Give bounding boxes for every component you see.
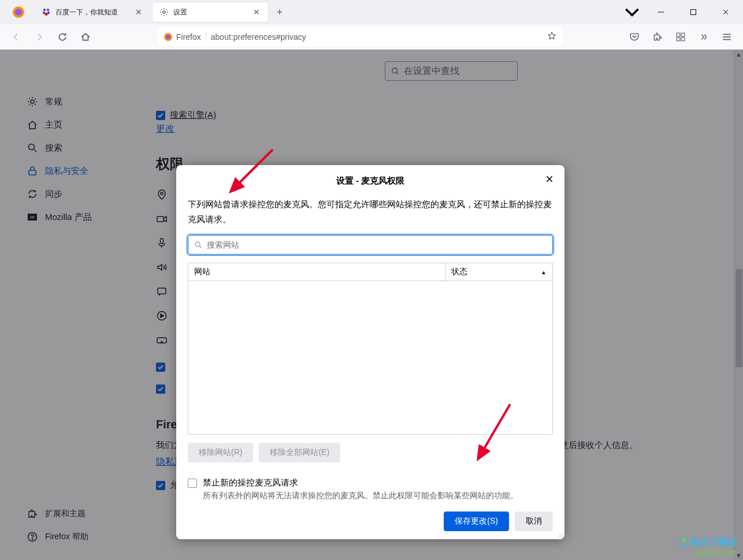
close-icon[interactable]: ✕ (252, 8, 261, 17)
tab-title: 设置 (173, 8, 252, 17)
tab-title: 百度一下，你就知道 (55, 8, 134, 17)
firefox-logo-icon (12, 5, 25, 19)
new-tab-button[interactable]: + (270, 3, 289, 21)
minimize-button[interactable] (648, 3, 674, 21)
navbar: Firefox about:preferences#privacy (0, 24, 743, 50)
tab-baidu[interactable]: 百度一下，你就知道 ✕ (35, 2, 150, 22)
th-website[interactable]: 网站 (188, 263, 445, 281)
settings-page: 常规 主页 搜索 隐私与安全 同步 mMozilla 产品 扩展和主题 Fire… (0, 50, 743, 560)
firefox-identity-icon (164, 32, 173, 42)
identity-label: Firefox (176, 32, 206, 42)
svg-point-4 (43, 12, 45, 14)
svg-point-3 (47, 9, 49, 11)
url-bar[interactable]: Firefox about:preferences#privacy (157, 27, 563, 47)
svg-rect-8 (691, 10, 696, 15)
reload-button[interactable] (53, 28, 72, 46)
resize-grip-icon[interactable] (555, 530, 563, 538)
microphone-permissions-dialog: 设置 - 麦克风权限 下列网站曾请求操控您的麦克风。您可指定允许哪些网站操控您的… (176, 165, 564, 539)
categories-icon[interactable] (671, 28, 690, 46)
svg-point-34 (195, 242, 200, 247)
dialog-description: 下列网站曾请求操控您的麦克风。您可指定允许哪些网站操控您的麦克风，还可禁止新的操… (188, 197, 553, 227)
titlebar: 百度一下，你就知道 ✕ 设置 ✕ + (0, 0, 743, 24)
cancel-button[interactable]: 取消 (515, 512, 553, 531)
dialog-title: 设置 - 麦克风权限 (188, 176, 553, 186)
svg-rect-14 (681, 38, 685, 41)
close-window-button[interactable] (713, 3, 738, 21)
search-icon (194, 241, 202, 249)
svg-point-1 (15, 9, 22, 16)
baidu-favicon-icon (42, 8, 51, 17)
tab-settings[interactable]: 设置 ✕ (153, 2, 268, 22)
block-new-checkbox[interactable] (188, 479, 197, 488)
remove-all-sites-button[interactable]: 移除全部网站(E) (259, 443, 340, 462)
pocket-icon[interactable] (625, 28, 644, 46)
watermark-logo-icon (678, 537, 689, 548)
close-icon[interactable]: ✕ (134, 8, 143, 17)
watermark-url: www.xz7.com (678, 548, 737, 557)
dialog-search-input[interactable] (188, 235, 553, 255)
home-button[interactable] (76, 28, 95, 46)
watermark-text: 极光下载站 (691, 536, 737, 548)
bookmark-star-icon[interactable] (547, 31, 556, 43)
watermark: 极光下载站 www.xz7.com (678, 536, 737, 557)
gear-icon (159, 8, 169, 17)
svg-rect-13 (677, 38, 680, 41)
permissions-table: 网站 状态▲ (188, 263, 553, 435)
extensions-icon[interactable] (648, 28, 667, 46)
th-status[interactable]: 状态▲ (445, 263, 552, 281)
remove-site-button[interactable]: 移除网站(R) (188, 443, 253, 462)
forward-button[interactable] (30, 28, 49, 46)
svg-rect-12 (681, 33, 685, 36)
back-button[interactable] (7, 28, 25, 46)
svg-line-35 (200, 247, 202, 248)
tab-list-chevron-icon[interactable] (623, 3, 641, 21)
app-menu-icon[interactable] (718, 28, 736, 46)
maximize-button[interactable] (681, 3, 706, 21)
url-text: about:preferences#privacy (211, 32, 547, 42)
svg-point-6 (163, 11, 165, 13)
svg-point-10 (166, 35, 170, 39)
sort-indicator-icon: ▲ (541, 269, 547, 275)
svg-point-2 (43, 9, 46, 11)
svg-point-5 (47, 12, 50, 14)
svg-line-38 (562, 537, 563, 538)
block-new-sublabel: 所有列表外的网站将无法请求操控您的麦克风。禁止此权限可能会影响某些网站的功能。 (203, 491, 518, 501)
block-new-label: 禁止新的操控麦克风请求 (203, 477, 518, 488)
overflow-icon[interactable] (694, 28, 713, 46)
dialog-close-button[interactable] (543, 172, 556, 186)
svg-rect-11 (677, 33, 680, 36)
dialog-search-field[interactable] (207, 240, 547, 249)
table-header: 网站 状态▲ (188, 263, 552, 281)
save-changes-button[interactable]: 保存更改(S) (444, 512, 509, 531)
